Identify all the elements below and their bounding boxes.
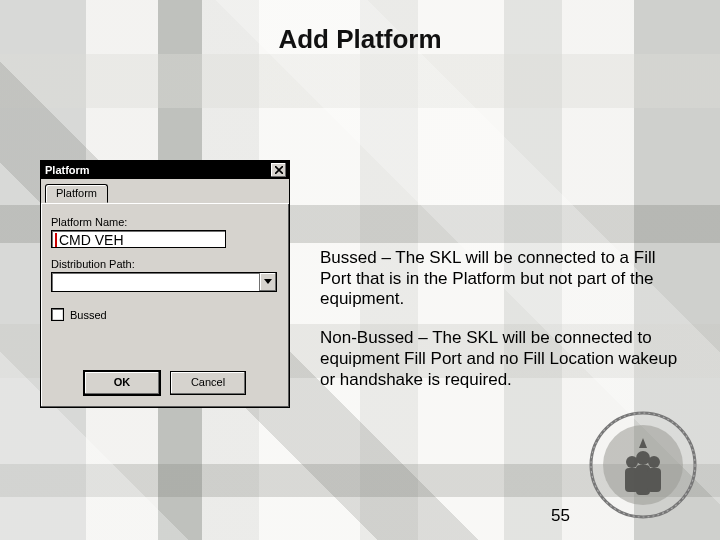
emblem-seal-icon bbox=[588, 410, 698, 520]
slide-title: Add Platform bbox=[0, 24, 720, 55]
bussed-label: Bussed bbox=[70, 309, 107, 321]
platform-name-label: Platform Name: bbox=[51, 216, 279, 228]
dialog-titlebar: Platform bbox=[41, 161, 289, 179]
svg-rect-8 bbox=[647, 468, 661, 492]
bussed-row: Bussed bbox=[51, 308, 279, 321]
cancel-button[interactable]: Cancel bbox=[170, 371, 246, 395]
explanation-block: Bussed – The SKL will be connected to a … bbox=[320, 248, 688, 408]
explanation-bussed: Bussed – The SKL will be connected to a … bbox=[320, 248, 688, 310]
dialog-form: Platform Name: CMD VEH Distribution Path… bbox=[41, 204, 289, 407]
svg-point-5 bbox=[648, 456, 660, 468]
platform-name-input[interactable]: CMD VEH bbox=[51, 230, 226, 248]
platform-name-value: CMD VEH bbox=[59, 232, 124, 248]
dialog-button-row: OK Cancel bbox=[51, 365, 279, 403]
distribution-path-label: Distribution Path: bbox=[51, 258, 279, 270]
explanation-nonbussed: Non-Bussed – The SKL will be connected t… bbox=[320, 328, 688, 390]
distribution-path-value bbox=[52, 273, 259, 291]
page-number: 55 bbox=[551, 506, 570, 526]
text-caret bbox=[55, 233, 57, 247]
bussed-checkbox[interactable] bbox=[51, 308, 64, 321]
platform-dialog: Platform Platform Platform Name: CMD VEH… bbox=[40, 160, 290, 408]
chevron-down-icon bbox=[264, 279, 272, 285]
tab-platform[interactable]: Platform bbox=[45, 184, 108, 203]
tab-row: Platform bbox=[41, 179, 289, 204]
close-icon bbox=[275, 166, 283, 174]
ok-button[interactable]: OK bbox=[84, 371, 160, 395]
dropdown-button[interactable] bbox=[259, 273, 276, 291]
distribution-path-select[interactable] bbox=[51, 272, 277, 292]
svg-point-4 bbox=[636, 451, 650, 465]
dialog-title-text: Platform bbox=[45, 164, 270, 176]
close-button[interactable] bbox=[270, 162, 287, 178]
